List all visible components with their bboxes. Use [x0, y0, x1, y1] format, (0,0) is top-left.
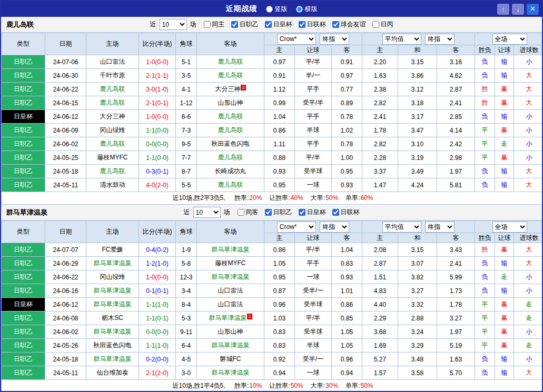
filter-checkbox-日联杯[interactable]: 日联杯 — [299, 20, 326, 29]
euro-stage-select[interactable]: 终指 — [425, 34, 455, 45]
subheader-handicap-result: 让球 — [495, 233, 514, 243]
score-cell: 1-1(0-1) — [139, 311, 176, 325]
filter-checkbox-日丙[interactable]: 日丙 — [372, 20, 393, 29]
bookmaker-select[interactable]: Crow* — [277, 222, 316, 233]
checkbox-input[interactable] — [332, 209, 339, 216]
checkbox-input[interactable] — [204, 21, 211, 28]
corner-cell: 4-1 — [176, 83, 197, 96]
filter-checkbox-同主[interactable]: 同主 — [204, 20, 225, 29]
filter-checkbox-日皇杯[interactable]: 日皇杯 — [265, 20, 292, 29]
handicap-stage-select[interactable]: 终指 — [320, 34, 349, 45]
games-label: 场 — [224, 208, 230, 217]
result-winloss: 负 — [475, 165, 495, 178]
away-team-cell: 鹿儿岛联 — [197, 110, 264, 124]
result-winloss: 负 — [475, 284, 495, 298]
close-button[interactable]: × — [527, 4, 539, 15]
subheader-euro-away: 客 — [437, 233, 475, 243]
result-winloss: 平 — [475, 124, 495, 137]
team-name-text: 长崎成功丸 — [215, 167, 246, 175]
score-cell: 0-4(0-2) — [139, 243, 176, 257]
summary-stat: 让胜率:50% — [269, 382, 303, 389]
layout-radio-vertical[interactable]: 竖版 — [266, 5, 288, 14]
filter-checkbox-同客[interactable]: 同客 — [238, 208, 259, 217]
match-count-select[interactable]: 10 — [160, 19, 187, 30]
avg-away-odds: 5.19 — [437, 339, 475, 353]
scope-select[interactable]: 全场 — [492, 34, 527, 45]
euro-stage-select[interactable]: 终指 — [425, 222, 455, 233]
checkbox-label: 同主 — [212, 20, 225, 29]
avg-draw-odds: 3.47 — [398, 124, 437, 137]
bookmaker-select[interactable]: Crow* — [277, 34, 316, 45]
team-name-text: 山口雷法 — [218, 287, 243, 294]
match-row: 日职乙24-06-15鹿儿岛联2-1(0-1)1-12山形山神0.99受平/半0… — [2, 96, 543, 110]
handicap-away-odds: 0.97 — [332, 69, 362, 83]
checkbox-input[interactable] — [372, 21, 379, 28]
score-cell: 0-1(0-1) — [139, 284, 176, 298]
result-goals: 小 — [514, 270, 543, 284]
scope-select[interactable]: 全场 — [492, 222, 527, 233]
match-count-select[interactable]: 10 — [193, 207, 221, 218]
result-goals: 走 — [514, 339, 543, 353]
result-handicap: 赢 — [495, 151, 514, 165]
avg-draw-odds: 3.49 — [398, 165, 437, 178]
checkbox-input[interactable] — [299, 21, 305, 28]
team-name-text: 山形山神 — [218, 99, 243, 106]
competition-cell: 日职乙 — [2, 353, 45, 366]
filter-checkbox-日皇杯[interactable]: 日皇杯 — [299, 208, 326, 217]
col-header-home: 主场 — [86, 33, 139, 55]
checkbox-input[interactable] — [265, 209, 272, 216]
result-goals: 大 — [514, 69, 543, 83]
score-cell: 2-1(0-1) — [139, 96, 176, 110]
checkbox-input[interactable] — [332, 21, 339, 28]
result-winloss: 负 — [475, 178, 495, 192]
filter-checkbox-日联杯[interactable]: 日联杯 — [332, 208, 360, 217]
checkbox-input[interactable] — [231, 21, 238, 28]
team-name-text: 大分三神 — [215, 85, 240, 93]
result-winloss: 负 — [475, 257, 495, 270]
summary-stats: 胜率:20%让胜率:40%大率:50%单率:60% — [227, 194, 373, 202]
result-handicap: 输 — [495, 366, 514, 380]
col-header-date: 日期 — [45, 221, 86, 243]
away-team-cell: 大分三神2 — [197, 83, 264, 96]
vertical-radio-input[interactable] — [266, 6, 273, 13]
layout-radio-horizontal[interactable]: 横版 — [296, 5, 318, 14]
handicap-stage-select[interactable]: 终指 — [320, 222, 349, 233]
avg-draw-odds: 3.17 — [398, 110, 437, 124]
average-odds-select[interactable]: 平均值 — [382, 34, 421, 45]
average-odds-select[interactable]: 平均值 — [382, 222, 421, 233]
match-row: 日职乙24-06-16群马草津温泉0-1(0-1)3-4山口雷法0.87受半/一… — [2, 284, 543, 298]
handicap-line: 半球 — [295, 339, 332, 353]
checkbox-input[interactable] — [238, 209, 244, 216]
checkbox-input[interactable] — [265, 21, 272, 28]
result-winloss: 胜 — [475, 243, 495, 257]
filter-checkbox-日职乙[interactable]: 日职乙 — [231, 20, 259, 29]
summary-stat: 胜率:10% — [234, 382, 262, 389]
filter-checkbox-球会友谊[interactable]: 球会友谊 — [332, 20, 366, 29]
team-name-text: 鹿儿岛联 — [218, 154, 243, 161]
handicap-line: 平手 — [295, 110, 332, 124]
score-cell: 0-2(0-0) — [139, 353, 176, 366]
home-team-cell: 群马草津温泉 — [86, 284, 139, 298]
horizontal-radio-input[interactable] — [296, 6, 303, 13]
avg-away-odds: 2.85 — [437, 110, 475, 124]
competition-cell: 日职乙 — [2, 137, 45, 151]
move-down-button[interactable]: ↓ — [512, 4, 524, 15]
team-name-text: 秋田蓝色闪电 — [212, 140, 250, 147]
checkbox-input[interactable] — [299, 209, 305, 216]
date-cell: 24-06-29 — [45, 257, 86, 270]
team-name-text: 鹿儿岛联 — [218, 181, 243, 188]
corner-cell: 5-5 — [176, 178, 197, 192]
red-card-badge: 1 — [247, 314, 252, 319]
titlebar-actions: ↑ ↓ × — [497, 4, 542, 15]
filter-checkbox-日职乙[interactable]: 日职乙 — [265, 208, 292, 217]
home-team-cell: 藤枝MYFC — [86, 151, 139, 165]
avg-away-odds: 2.42 — [437, 137, 475, 151]
team-name-text: 磐城FC — [220, 355, 241, 363]
avg-home-odds: 5.27 — [362, 353, 398, 366]
team-name-text: 鹿儿岛联 — [218, 72, 243, 79]
score-cell: 1-1(0-0) — [139, 151, 176, 165]
home-team-cell: 秋田蓝色闪电 — [86, 339, 139, 353]
move-up-button[interactable]: ↑ — [497, 4, 509, 15]
down-arrow-icon: ↓ — [516, 6, 520, 13]
summary-row: 近10场,胜1平4负5, 胜率:10%让胜率:50%大率:30%单率:50% — [2, 380, 543, 392]
